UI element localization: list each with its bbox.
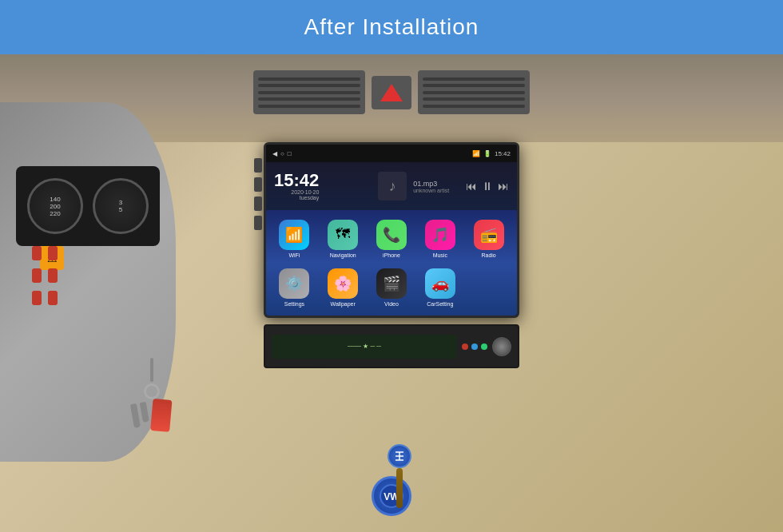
left-controls	[32, 246, 58, 305]
side-button-3[interactable]	[254, 197, 262, 211]
settings-app-label: Settings	[284, 301, 304, 307]
status-left: ◀ ○ □	[272, 150, 292, 157]
gear-stick	[396, 468, 403, 508]
time-display: 15:42 2020·10·20 tuesday	[274, 172, 319, 200]
radio-controls	[462, 343, 487, 350]
vent-line	[258, 105, 360, 108]
wifi-app-icon: 📶	[279, 220, 309, 250]
status-time: 15:42	[495, 150, 511, 157]
gear-shift	[376, 444, 423, 508]
music-note-icon: ♪	[378, 172, 407, 200]
radio-app-icon: 📻	[474, 220, 504, 250]
wifi-status-icon: 📶	[472, 150, 480, 157]
next-button[interactable]: ⏭	[498, 180, 509, 193]
wifi-app-label: WiFi	[288, 252, 300, 258]
phone-app-icon: 📞	[376, 220, 407, 250]
gear-knob	[388, 444, 411, 468]
app-grid: 📶 WiFi 🗺 Navigation 📞 iPhone 🎵	[266, 210, 517, 316]
android-screen: ◀ ○ □ 📶 🔋 15:42 15:42	[266, 145, 517, 316]
car-image-area: 140200220 35 ⚠	[0, 54, 783, 532]
radio-led-1	[462, 343, 468, 350]
keys-bunch	[130, 398, 173, 436]
instrument-cluster: 140200220 35	[16, 166, 160, 246]
app-settings[interactable]: ⚙️ Settings	[272, 265, 316, 309]
app-wallpaper[interactable]: 🌸 Wallpaper	[321, 265, 365, 309]
music-controls[interactable]: ⏮ ⏸ ⏭	[466, 180, 509, 193]
keys-area	[128, 358, 176, 470]
app-empty	[467, 265, 511, 309]
pause-button[interactable]: ⏸	[482, 180, 493, 193]
red-button-4	[48, 268, 58, 283]
key-fob	[150, 399, 172, 432]
hazard-triangle-icon	[380, 84, 403, 101]
battery-icon: 🔋	[483, 150, 491, 157]
app-carsetting[interactable]: 🚗 CarSetting	[418, 265, 462, 309]
settings-app-icon: ⚙️	[279, 268, 309, 299]
radio-led-3	[481, 343, 487, 350]
video-app-icon: 🎬	[376, 268, 407, 299]
red-button-5	[32, 291, 42, 305]
status-right: 📶 🔋 15:42	[472, 150, 511, 157]
radio-app-label: Radio	[481, 252, 495, 258]
vent-line	[423, 84, 525, 87]
vent-line	[423, 97, 525, 101]
page-title: After Installation	[304, 14, 479, 40]
app-music[interactable]: 🎵 Music	[418, 216, 462, 260]
music-player-area[interactable]: 15:42 2020·10·20 tuesday ♪ 01.mp3 unknow…	[266, 162, 517, 210]
radio-text: ─── ★ ─ ─	[348, 343, 381, 350]
back-icon: ◀	[272, 150, 277, 157]
key-chain	[150, 358, 153, 382]
vent-line	[258, 77, 360, 81]
carsetting-app-icon: 🚗	[425, 268, 455, 299]
nav-app-label: Navigation	[330, 252, 356, 258]
radio-display: ─── ★ ─ ─	[272, 335, 457, 359]
music-app-label: Music	[433, 252, 447, 258]
prev-button[interactable]: ⏮	[466, 180, 477, 193]
carsetting-app-label: CarSetting	[427, 301, 453, 307]
key-1	[130, 403, 141, 428]
red-button-row-3	[32, 291, 58, 305]
song-title: 01.mp3	[413, 180, 459, 188]
radio-led-2	[471, 343, 478, 350]
vent-line	[423, 91, 525, 94]
head-unit[interactable]: ◀ ○ □ 📶 🔋 15:42 15:42	[264, 142, 519, 318]
key-2	[140, 402, 149, 423]
side-button-1[interactable]	[254, 158, 262, 173]
radio-knob[interactable]	[492, 337, 511, 356]
vent-line	[258, 91, 360, 94]
right-vent	[418, 70, 530, 114]
app-video[interactable]: 🎬 Video	[370, 265, 414, 309]
app-radio[interactable]: 📻 Radio	[467, 216, 511, 260]
home-icon: ○	[280, 150, 284, 157]
app-wifi[interactable]: 📶 WiFi	[272, 216, 316, 260]
wallpaper-app-icon: 🌸	[328, 268, 358, 299]
vent-line	[258, 84, 360, 87]
music-app-icon: 🎵	[425, 220, 455, 250]
side-button-2[interactable]	[254, 177, 262, 192]
vent-line	[423, 77, 525, 81]
recent-icon: □	[288, 150, 292, 157]
red-button-1	[32, 246, 42, 260]
music-info: 01.mp3 unknown artist	[413, 180, 459, 193]
header-banner: After Installation	[0, 0, 783, 54]
app-phone[interactable]: 📞 iPhone	[370, 216, 414, 260]
car-interior: 140200220 35 ⚠	[0, 54, 783, 532]
wallpaper-app-label: Wallpaper	[331, 301, 356, 307]
gear-pattern-icon	[392, 448, 407, 464]
left-vent	[253, 70, 365, 114]
tachometer: 35	[93, 178, 149, 234]
red-button-6	[48, 291, 58, 305]
hazard-button[interactable]	[372, 76, 411, 109]
status-bar: ◀ ○ □ 📶 🔋 15:42	[266, 145, 517, 162]
radio-cd-unit[interactable]: ─── ★ ─ ─	[264, 324, 519, 368]
clock-day: tuesday	[274, 195, 319, 200]
side-button-4[interactable]	[254, 216, 262, 230]
app-navigation[interactable]: 🗺 Navigation	[321, 216, 365, 260]
speedometer: 140200220	[27, 178, 83, 234]
nav-app-icon: 🗺	[328, 220, 358, 250]
key-ring	[144, 383, 160, 399]
vent-line	[258, 97, 360, 101]
vent-area	[144, 62, 639, 122]
red-button-row	[32, 246, 58, 260]
phone-app-label: iPhone	[383, 252, 400, 258]
